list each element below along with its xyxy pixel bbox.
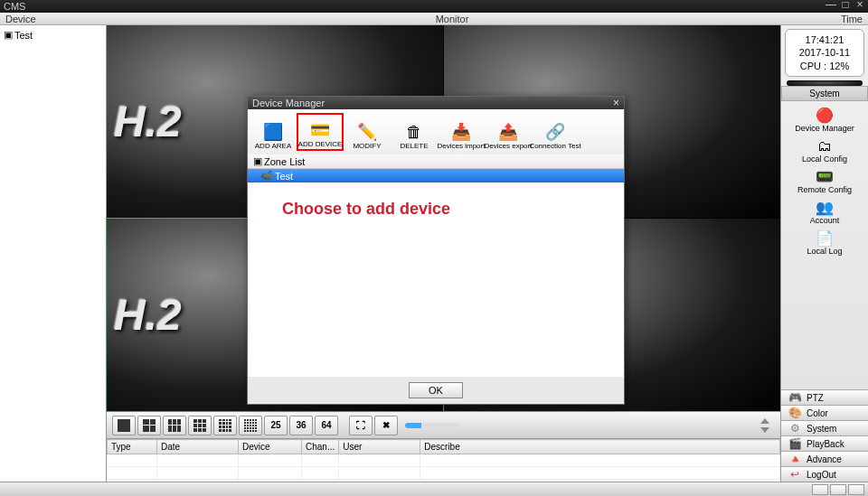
volume-slider[interactable] bbox=[405, 423, 459, 428]
system-item-remote-config[interactable]: 📟Remote Config bbox=[783, 166, 866, 197]
system-item-label: Local Log bbox=[807, 247, 842, 256]
dialog-close-icon[interactable]: × bbox=[613, 97, 619, 109]
layout-1[interactable] bbox=[112, 416, 136, 435]
th-date[interactable]: Date bbox=[157, 440, 239, 454]
zone-list-area[interactable]: ▣ Zone List 📹 Test Choose to add device bbox=[248, 154, 624, 377]
account-icon: 👥 bbox=[815, 200, 835, 216]
layout-36[interactable]: 36 bbox=[289, 416, 313, 435]
tab-ptz[interactable]: 🎮PTZ bbox=[781, 389, 868, 405]
tab-color[interactable]: 🎨Color bbox=[781, 405, 868, 420]
maximize-button[interactable]: □ bbox=[839, 0, 852, 11]
minimize-button[interactable]: — bbox=[825, 0, 837, 11]
system-item-label: Remote Config bbox=[797, 185, 852, 194]
tool-connection-test[interactable]: 🔗Connection Test bbox=[532, 113, 579, 151]
th-type[interactable]: Type bbox=[108, 440, 157, 454]
th-user[interactable]: User bbox=[339, 440, 420, 454]
clock-date: 2017-10-11 bbox=[789, 46, 860, 59]
layout-4[interactable] bbox=[137, 416, 161, 435]
device-tree[interactable]: ▣ Test bbox=[0, 25, 107, 482]
delete-icon: 🗑 bbox=[402, 122, 426, 142]
devices-export-icon: 📤 bbox=[496, 122, 520, 142]
zone-list-root[interactable]: ▣ Zone List bbox=[248, 154, 624, 169]
scroll-updown[interactable] bbox=[760, 418, 773, 433]
tool-modify[interactable]: ✏️MODIFY bbox=[344, 113, 391, 151]
zone-list-item-selected[interactable]: 📹 Test bbox=[248, 169, 624, 182]
tool-label: Devices export bbox=[485, 142, 533, 150]
th-describe[interactable]: Describe bbox=[420, 440, 780, 454]
modify-icon: ✏️ bbox=[355, 122, 379, 142]
header-device-label: Device bbox=[5, 14, 96, 24]
tab-label: PlayBack bbox=[807, 439, 844, 449]
tool-add-area[interactable]: 🟦ADD AREA bbox=[250, 113, 297, 151]
zone-list-label: Zone List bbox=[264, 156, 305, 167]
dialog-titlebar[interactable]: Device Manager × bbox=[248, 97, 624, 109]
close-button[interactable]: × bbox=[854, 0, 866, 11]
layout-25[interactable]: 25 bbox=[264, 416, 288, 435]
dialog-title: Device Manager bbox=[252, 98, 325, 108]
tab-system[interactable]: ⚙System bbox=[781, 420, 868, 435]
tool-label: ADD AREA bbox=[255, 142, 291, 150]
tool-label: ADD DEVICE bbox=[298, 140, 343, 148]
tool-devices-import[interactable]: 📥Devices import bbox=[438, 113, 485, 151]
layout-16[interactable] bbox=[213, 416, 237, 435]
local-config-icon: 🗂 bbox=[815, 138, 835, 154]
tab-logout[interactable]: ↩LogOut bbox=[781, 466, 868, 482]
dialog-toolbar: 🟦ADD AREA💳ADD DEVICE✏️MODIFY🗑DELETE📥Devi… bbox=[248, 109, 624, 154]
tab-playback[interactable]: 🎬PlayBack bbox=[781, 435, 868, 451]
header-monitor-label: Monitor bbox=[96, 14, 808, 24]
fullscreen-button[interactable]: ⛶ bbox=[349, 416, 373, 435]
app-title: CMS bbox=[4, 1, 25, 12]
playback-icon: 🎬 bbox=[787, 437, 803, 450]
status-button[interactable] bbox=[830, 484, 846, 495]
layout-9[interactable] bbox=[188, 416, 212, 435]
time-box: 17:41:21 2017-10-11 CPU : 12% bbox=[785, 29, 864, 77]
tool-label: MODIFY bbox=[353, 142, 381, 150]
ok-button[interactable]: OK bbox=[409, 382, 463, 398]
tool-add-device[interactable]: 💳ADD DEVICE bbox=[297, 113, 344, 151]
tree-root[interactable]: ▣ Test bbox=[2, 27, 104, 42]
layout-64[interactable]: 64 bbox=[315, 416, 338, 435]
layout-toolbar: 25 36 64 ⛶ ✖ bbox=[107, 411, 780, 438]
system-item-label: Account bbox=[810, 216, 840, 225]
tab-label: Advance bbox=[807, 454, 842, 464]
tab-advance[interactable]: 🔺Advance bbox=[781, 451, 868, 466]
system-item-device-manager[interactable]: 🔴Device Manager bbox=[783, 105, 866, 136]
folder-icon: ▣ bbox=[253, 155, 262, 167]
tool-label: Devices import bbox=[438, 142, 486, 150]
table-row[interactable] bbox=[108, 454, 780, 467]
log-table: Type Date Device Chan... User Describe bbox=[107, 438, 780, 482]
layout-25-icon[interactable] bbox=[239, 416, 262, 435]
system-heading: System bbox=[781, 86, 868, 101]
th-device[interactable]: Device bbox=[239, 440, 302, 454]
status-button[interactable] bbox=[848, 484, 864, 495]
advance-icon: 🔺 bbox=[787, 453, 803, 465]
system-item-label: Device Manager bbox=[795, 124, 854, 133]
tool-delete[interactable]: 🗑DELETE bbox=[391, 113, 438, 151]
header-time-label: Time bbox=[808, 14, 863, 24]
th-channel[interactable]: Chan... bbox=[302, 440, 339, 454]
system-item-account[interactable]: 👥Account bbox=[783, 197, 866, 228]
watermark-left: H.2 bbox=[114, 290, 182, 340]
tool-devices-export[interactable]: 📤Devices export bbox=[485, 113, 532, 151]
tab-label: LogOut bbox=[807, 470, 836, 480]
zone-item-label: Test bbox=[275, 171, 293, 182]
header-bar: Device Monitor Time bbox=[0, 13, 868, 25]
local-log-icon: 📄 bbox=[815, 230, 835, 247]
clock-time: 17:41:21 bbox=[789, 33, 860, 46]
add-area-icon: 🟦 bbox=[261, 122, 285, 142]
tool-label: DELETE bbox=[400, 142, 428, 150]
system-icon: ⚙ bbox=[787, 422, 803, 435]
table-row[interactable] bbox=[108, 467, 780, 480]
cpu-usage: CPU : 12% bbox=[789, 60, 860, 72]
status-button[interactable] bbox=[812, 484, 828, 495]
tool-label: Connection Test bbox=[529, 142, 580, 150]
connection-test-icon: 🔗 bbox=[543, 122, 567, 142]
system-item-local-config[interactable]: 🗂Local Config bbox=[783, 136, 866, 166]
watermark-left: H.2 bbox=[114, 97, 182, 146]
tab-label: Color bbox=[807, 408, 828, 418]
disconnect-button[interactable]: ✖ bbox=[374, 416, 398, 435]
system-item-local-log[interactable]: 📄Local Log bbox=[783, 228, 866, 258]
device-manager-icon: 🔴 bbox=[815, 108, 835, 124]
tab-label: System bbox=[807, 424, 836, 434]
layout-6[interactable] bbox=[163, 416, 186, 435]
